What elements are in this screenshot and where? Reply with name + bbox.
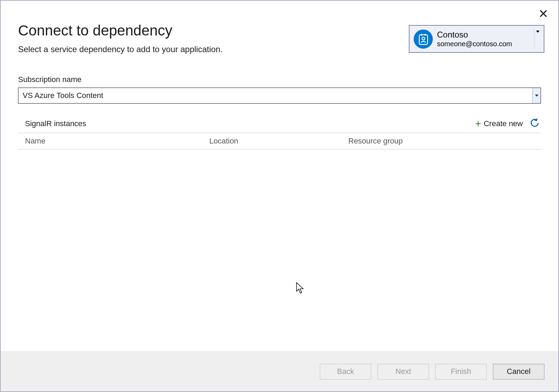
instances-label: SignalR instances [25,119,86,128]
create-new-button[interactable]: + Create new [475,118,523,129]
plus-icon: + [475,118,481,129]
create-new-label: Create new [484,119,523,128]
subscription-value: VS Azure Tools Content [18,91,532,100]
instances-header: SignalR instances + Create new [18,118,541,133]
subscription-dropdown[interactable]: VS Azure Tools Content [18,88,541,104]
cancel-button[interactable]: Cancel [493,364,544,379]
dropdown-toggle[interactable] [532,88,541,103]
dialog-window: Connect to dependency Select a service d… [0,0,559,392]
instances-actions: + Create new [475,118,540,129]
chevron-down-icon [535,95,538,97]
chevron-down-icon [534,28,540,49]
finish-button[interactable]: Finish [435,364,487,379]
table-header: Name Location Resource group [18,133,541,149]
svg-point-5 [422,37,425,40]
account-name: Contoso [437,30,532,40]
subscription-label: Subscription name [18,75,541,84]
account-email: someone@contoso.com [437,40,532,48]
refresh-icon [530,118,540,128]
col-location[interactable]: Location [209,137,348,146]
account-text: Contoso someone@contoso.com [437,30,532,48]
back-button[interactable]: Back [320,364,371,379]
next-button[interactable]: Next [378,364,429,379]
badge-icon [414,30,433,49]
content-area: Subscription name VS Azure Tools Content… [1,54,558,351]
refresh-button[interactable] [530,118,540,129]
col-name[interactable]: Name [25,137,209,146]
col-resource-group[interactable]: Resource group [348,137,541,146]
footer: Back Next Finish Cancel [1,351,558,391]
account-selector[interactable]: Contoso someone@contoso.com [409,25,544,53]
header: Connect to dependency Select a service d… [1,1,558,54]
